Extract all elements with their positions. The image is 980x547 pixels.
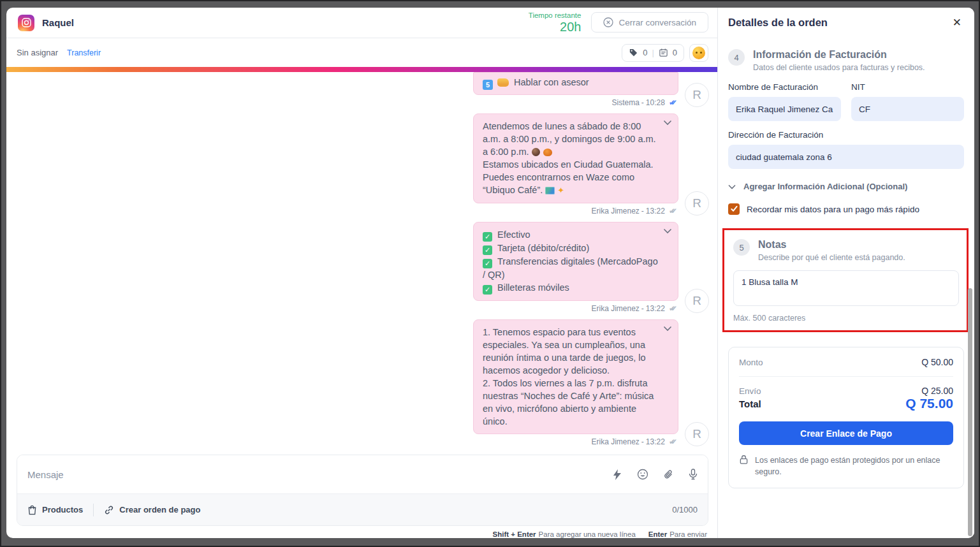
- keycap-5-icon: 5: [483, 80, 493, 90]
- microphone-icon[interactable]: [689, 469, 698, 480]
- green-check-icon: [483, 245, 492, 255]
- sentiment-button[interactable]: [689, 44, 708, 62]
- total-value: Q 75.00: [905, 396, 953, 411]
- payment-method: Billeteras móviles: [497, 282, 569, 293]
- message-bubble: 5Hablar con asesor: [473, 72, 678, 95]
- tag-count: 0: [643, 48, 647, 57]
- map-emoji-icon: [545, 187, 555, 194]
- message-time: 13:22: [646, 304, 665, 313]
- message-bubble: 1. Tenemos espacio para tus eventos espe…: [473, 319, 678, 434]
- emoji-icon[interactable]: [637, 469, 648, 480]
- remember-data-label: Recordar mis datos para un pago más rápi…: [747, 205, 919, 214]
- message-group: Efectivo Tarjeta (débito/crédito) Transf…: [473, 222, 709, 313]
- message-sender: Erika Jimenez: [592, 207, 640, 215]
- remember-data-checkbox-row[interactable]: Recordar mis datos para un pago más rápi…: [728, 203, 964, 215]
- chat-message-list: 5Hablar con asesor Sistema-10:28✔✔ R Ate…: [6, 72, 717, 453]
- divider: [93, 504, 94, 516]
- shipping-label: Envío: [739, 386, 761, 396]
- calendar-icon: [659, 48, 668, 57]
- message-text: Estamos ubicados en Ciudad Guatemala. Pu…: [483, 159, 654, 195]
- create-payment-order-label: Crear orden de pago: [119, 505, 200, 514]
- message-sender: Erika Jimenez: [592, 304, 640, 313]
- double-check-icon: ✔✔: [669, 437, 677, 446]
- chevron-down-icon: [728, 184, 736, 189]
- payment-method: Efectivo: [497, 230, 530, 240]
- hint-enter-key: Enter: [648, 530, 667, 538]
- meta-separator: -: [641, 304, 644, 313]
- message-bubble: Efectivo Tarjeta (débito/crédito) Transf…: [473, 222, 678, 301]
- meta-separator: -: [641, 437, 644, 446]
- hint-newline: Shift + EnterPara agregar una nueva líne…: [493, 530, 636, 538]
- transfer-link[interactable]: Transferir: [67, 48, 101, 57]
- lock-icon: [739, 455, 749, 465]
- checkbox-checked-icon[interactable]: [728, 203, 740, 215]
- billing-address-label: Dirección de Facturación: [728, 130, 964, 140]
- additional-info-toggle[interactable]: Agregar Información Adicional (Opcional): [728, 182, 964, 191]
- coffee-emoji-icon: [532, 148, 540, 156]
- message-group: Atendemos de lunes a sábado de 8:00 a.m.…: [473, 113, 709, 215]
- close-conversation-button[interactable]: Cerrar conversación: [591, 12, 708, 33]
- message-meta: Erika Jimenez-13:22✔✔: [473, 207, 678, 215]
- payment-summary-card: Monto Q 50.00 Envío Q 25.00 Total Q 75.0…: [728, 347, 964, 488]
- total-label: Total: [739, 398, 761, 409]
- double-check-icon: ✔✔: [669, 304, 677, 313]
- nit-input[interactable]: [851, 97, 964, 121]
- message-meta: Erika Jimenez-13:22✔✔: [473, 437, 678, 446]
- conversation-column: Raquel Tiempo restante 20h Cerrar conver…: [6, 8, 717, 538]
- close-icon[interactable]: ✕: [950, 15, 964, 31]
- hint-shift-key: Shift + Enter: [493, 530, 536, 538]
- create-payment-link-button[interactable]: Crear Enlace de Pago: [739, 421, 953, 445]
- composer-actions-bar: Productos Crear orden de pago 0/1000: [17, 493, 708, 525]
- billing-section-title: Información de Facturación: [753, 49, 925, 61]
- billing-section-subtitle: Datos del cliente usados para facturas y…: [753, 63, 925, 72]
- products-label: Productos: [42, 505, 83, 514]
- message-time: 10:28: [646, 98, 665, 107]
- create-payment-order-button[interactable]: Crear orden de pago: [104, 505, 200, 515]
- notes-section-title: Notas: [758, 239, 905, 251]
- chevron-down-icon[interactable]: [663, 228, 672, 234]
- products-button[interactable]: Productos: [27, 505, 83, 515]
- attachment-icon[interactable]: [664, 469, 673, 480]
- divider: [739, 376, 953, 377]
- message-input[interactable]: [27, 469, 613, 480]
- order-details-panel: Detalles de la orden ✕ 4 Información de …: [717, 8, 974, 538]
- avatar: R: [685, 289, 709, 313]
- contact-name: Raquel: [42, 17, 74, 28]
- avatar: R: [685, 422, 709, 446]
- payment-method: Transferencias digitales (MercadoPago / …: [483, 256, 658, 280]
- instagram-icon: [18, 15, 34, 31]
- billing-address-input[interactable]: [728, 145, 964, 169]
- time-remaining: Tiempo restante 20h: [529, 11, 581, 34]
- message-text: Atendemos de lunes a sábado de 8:00 a.m.…: [483, 121, 656, 157]
- message-text: 2. Todos los viernes a las 7 p.m. disfru…: [483, 377, 659, 428]
- message-meta: Sistema-10:28✔✔: [473, 98, 678, 107]
- secure-note: Los enlaces de pago están protegidos por…: [755, 455, 953, 478]
- chevron-down-icon[interactable]: [663, 120, 672, 126]
- link-icon: [104, 505, 114, 515]
- avatar: R: [685, 83, 709, 107]
- notes-textarea[interactable]: 1 Blusa talla M: [733, 270, 959, 306]
- time-remaining-value: 20h: [529, 20, 581, 34]
- keyboard-hints: Shift + EnterPara agregar una nueva líne…: [6, 526, 717, 538]
- billing-name-input[interactable]: [728, 97, 841, 121]
- panel-scrollbar-thumb[interactable]: [968, 288, 972, 536]
- chevron-down-icon[interactable]: [663, 326, 672, 332]
- croissant-emoji-icon: [543, 149, 552, 156]
- message-sender: Sistema: [612, 98, 640, 107]
- tag-icon: [629, 48, 638, 57]
- quick-reply-icon[interactable]: [613, 469, 622, 480]
- tags-schedule-badges[interactable]: 0 | 0: [622, 44, 684, 62]
- chat-header: Raquel Tiempo restante 20h Cerrar conver…: [6, 8, 717, 38]
- additional-info-label: Agregar Información Adicional (Opcional): [743, 182, 907, 191]
- badge-separator: |: [652, 48, 654, 57]
- message-meta: Erika Jimenez-13:22✔✔: [473, 304, 678, 313]
- shipping-value: Q 25.00: [921, 386, 953, 396]
- green-check-icon: [483, 259, 492, 268]
- green-check-icon: [483, 232, 492, 242]
- panel-title: Detalles de la orden: [728, 17, 828, 29]
- sparkles-emoji-icon: ✦: [557, 186, 564, 195]
- circle-x-icon: [603, 17, 613, 27]
- step-number-badge: 5: [733, 239, 750, 256]
- message-time: 13:22: [646, 207, 665, 215]
- avatar: R: [685, 191, 709, 215]
